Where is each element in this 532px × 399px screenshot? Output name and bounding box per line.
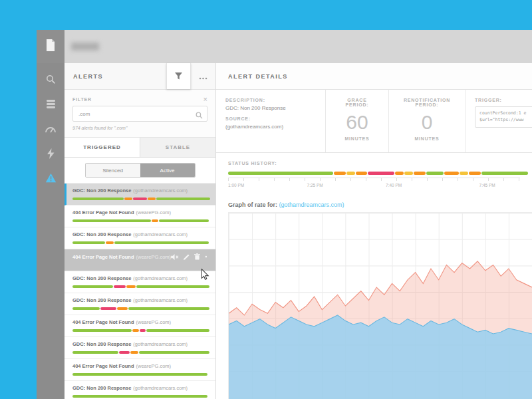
gauge-icon[interactable] — [37, 116, 65, 141]
alert-status-bar — [72, 307, 207, 310]
app-window: ALERTS FILTER × — [37, 30, 532, 399]
alert-list-item[interactable]: 404 Error Page Not Found(wearePG.com) — [65, 359, 215, 381]
alert-status-bar — [72, 219, 207, 222]
alert-name: GDC: Non 200 Response — [72, 341, 131, 347]
alert-name: GDC: Non 200 Response — [72, 231, 131, 237]
alert-source: (gothamdreamcars.com) — [133, 385, 188, 391]
edit-icon[interactable] — [184, 254, 190, 260]
mute-icon[interactable] — [171, 254, 179, 260]
alert-name: GDC: Non 200 Response — [72, 385, 131, 391]
renotification-label: RENOTIFICATION PERIOD: — [398, 98, 456, 107]
grace-period-value: 60 — [335, 111, 379, 134]
filter-search-input[interactable] — [72, 106, 207, 122]
history-time-label: 7:40 PM — [386, 183, 402, 188]
more-options-icon — [199, 70, 207, 82]
alert-list-item[interactable]: GDC: Non 200 Response(gothamdreamcars.co… — [65, 271, 215, 293]
search-icon[interactable] — [37, 67, 65, 92]
renotification-unit: MINUTES — [398, 136, 456, 141]
database-icon[interactable] — [37, 92, 65, 116]
icon-sidebar — [37, 63, 65, 399]
grace-period-unit: MINUTES — [335, 136, 379, 141]
state-toggle-wrap: Silenced Active — [65, 158, 215, 184]
delete-icon[interactable] — [194, 253, 200, 260]
alerts-panel: ALERTS FILTER × — [65, 63, 216, 399]
status-history: STATUS HISTORY: 1:00 PM7:25 PM7:40 PM7:4… — [216, 153, 532, 195]
graph-label-row: Graph of rate for: (gothamdreamcars.com) — [216, 195, 532, 212]
alert-source: (gothamdreamcars.com) — [133, 275, 188, 281]
alert-status-bar — [72, 198, 207, 200]
alert-list-item[interactable]: 404 Error Page Not Found(wearePG.com) — [65, 249, 215, 271]
bolt-icon[interactable] — [37, 141, 65, 166]
alert-list-item[interactable]: GDC: Non 200 Response(gothamdreamcars.co… — [65, 227, 215, 249]
alert-list-item[interactable]: GDC: Non 200 Response(gothamdreamcars.co… — [65, 293, 215, 315]
source-label: SOURCE: — [225, 116, 316, 121]
app-logo[interactable] — [37, 30, 65, 63]
description-label: DESCRIPTION: — [225, 98, 316, 102]
trigger-code-box: countPerSecond:1 e $url="https://www — [475, 106, 532, 128]
alert-list-item[interactable]: 404 Error Page Not Found(wearePG.com) — [65, 205, 215, 227]
alert-status-bar — [72, 285, 207, 288]
alert-status-bar — [72, 395, 207, 398]
alert-status-bar — [72, 373, 207, 376]
state-toggle: Silenced Active — [85, 163, 196, 178]
alert-source: (gothamdreamcars.com) — [133, 341, 188, 347]
filter-result-text: 974 alerts found for ".com" — [72, 126, 207, 130]
alert-source: (wearePG.com) — [136, 254, 172, 260]
document-icon — [46, 39, 55, 54]
desktop-background: ALERTS FILTER × — [0, 0, 532, 399]
clear-filter-icon[interactable]: × — [203, 96, 207, 102]
alert-name: 404 Error Page Not Found — [72, 254, 134, 260]
alert-name: 404 Error Page Not Found — [72, 319, 134, 325]
history-time-label: 1:00 PM — [228, 183, 244, 188]
graph-label: Graph of rate for: — [228, 201, 277, 208]
alert-status-bar — [72, 241, 207, 244]
alert-list-item[interactable]: GDC: Non 200 Response(gothamdreamcars.co… — [65, 337, 215, 359]
tab-triggered[interactable]: TRIGGERED — [65, 138, 140, 157]
panel-more-button[interactable] — [191, 63, 215, 89]
alert-source: (wearePG.com) — [136, 209, 172, 215]
alert-source: (gothamdreamcars.com) — [133, 188, 188, 194]
alert-source: (gothamdreamcars.com) — [133, 231, 188, 237]
topbar — [37, 30, 532, 63]
toggle-active[interactable]: Active — [140, 164, 195, 177]
alert-details-summary: DESCRIPTION: GDC: Non 200 Response SOURC… — [216, 90, 532, 153]
grace-period-label: GRACE PERIOD: — [335, 98, 379, 107]
grace-period-column: GRACE PERIOD: 60 MINUTES — [326, 90, 389, 152]
status-history-label: STATUS HISTORY: — [228, 161, 520, 166]
toggle-silenced[interactable]: Silenced — [86, 164, 140, 177]
trigger-code-line: countPerSecond:1 e — [479, 110, 532, 117]
alert-source: (gothamdreamcars.com) — [133, 297, 188, 303]
description-value: GDC: Non 200 Response — [225, 105, 316, 111]
alert-name: 404 Error Page Not Found — [72, 363, 134, 369]
history-time-label: 7:25 PM — [307, 183, 323, 188]
status-history-ticks — [228, 178, 520, 181]
trigger-code-line: $url="https://www — [479, 117, 532, 124]
trigger-column: TRIGGER: countPerSecond:1 e $url="https:… — [466, 90, 532, 152]
status-history-bar — [228, 172, 520, 175]
input-search-icon — [196, 110, 203, 122]
renotification-value: 0 — [398, 111, 456, 134]
alert-list-item[interactable]: GDC: Non 200 Response(gothamdreamcars.co… — [65, 381, 215, 399]
alert-name: 404 Error Page Not Found — [72, 209, 134, 215]
alert-details-title: ALERT DETAILS — [216, 63, 532, 90]
status-history-times: 1:00 PM7:25 PM7:40 PM7:45 PM — [228, 183, 520, 190]
source-value: (gothamdreamcars.com) — [225, 124, 316, 130]
alerts-tabs: TRIGGERED STABLE — [65, 138, 215, 158]
alerts-icon[interactable] — [37, 166, 65, 190]
alert-list-item[interactable]: GDC: Non 200 Response(gothamdreamcars.co… — [65, 184, 215, 205]
alert-list-item[interactable]: 404 Error Page Not Found(wearePG.com) — [65, 315, 215, 337]
rate-chart-svg — [229, 213, 532, 399]
renotification-column: RENOTIFICATION PERIOD: 0 MINUTES — [389, 90, 466, 152]
filter-button[interactable] — [166, 63, 191, 89]
alerts-panel-header: ALERTS — [65, 63, 215, 90]
graph-source-link[interactable]: (gothamdreamcars.com) — [279, 201, 344, 208]
redacted-app-name — [71, 43, 99, 51]
funnel-icon — [175, 70, 182, 82]
alert-status-bar — [72, 329, 207, 332]
alert-list: GDC: Non 200 Response(gothamdreamcars.co… — [65, 184, 215, 399]
history-time-label: 7:45 PM — [479, 183, 495, 188]
tab-stable[interactable]: STABLE — [140, 138, 215, 157]
alert-details-main: ALERT DETAILS DESCRIPTION: GDC: Non 200 … — [216, 63, 532, 399]
filter-label: FILTER — [72, 97, 92, 102]
row-more-icon[interactable] — [205, 255, 207, 258]
